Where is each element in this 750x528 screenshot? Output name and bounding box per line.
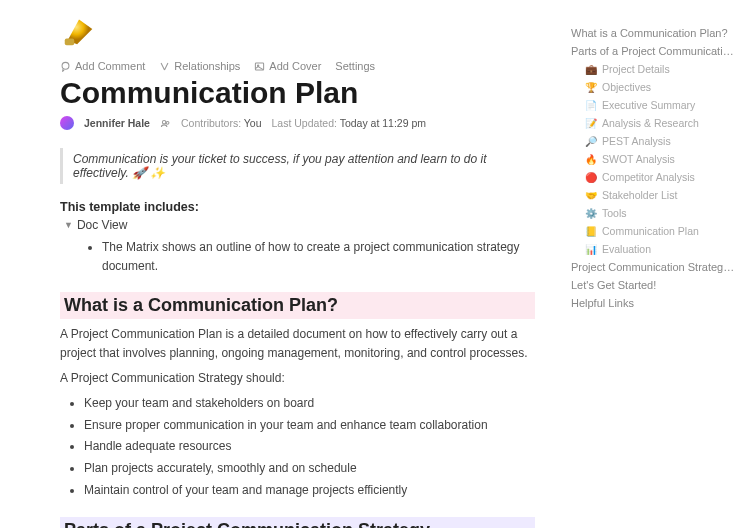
updated-value: Today at 11:29 pm [340,117,426,129]
section-heading-1: What is a Communication Plan? [60,292,535,319]
toolbar-label: Add Cover [269,60,321,72]
docview-label: Doc View [77,218,127,232]
add-comment-button[interactable]: Add Comment [60,60,145,72]
relationships-button[interactable]: Relationships [159,60,240,72]
doc-icon: 📄 [585,100,597,111]
main-content: Add Comment Relationships Add Cover Sett… [0,0,565,528]
settings-button[interactable]: Settings [335,60,375,72]
toc-item[interactable]: Project Communication Strategy Tips! [571,258,738,276]
author-avatar[interactable] [60,116,74,130]
svg-point-4 [162,120,165,123]
magnify-icon: 🔎 [585,136,597,147]
svg-point-1 [62,62,69,69]
toolbar-label: Add Comment [75,60,145,72]
list-item: Handle adequate resources [84,436,535,458]
section1-p1: A Project Communication Plan is a detail… [60,325,535,362]
list-item: Maintain control of your team and manage… [84,480,535,502]
toc-subitem[interactable]: 💼Project Details [571,60,738,78]
strategy-list: Keep your team and stakeholders on board… [84,393,535,501]
list-item: Keep your team and stakeholders on board [84,393,535,415]
docview-toggle[interactable]: ▼Doc View [64,218,535,232]
handshake-icon: 🤝 [585,190,597,201]
caret-down-icon: ▼ [64,220,73,230]
trophy-icon: 🏆 [585,82,597,93]
svg-point-5 [166,121,169,124]
toc-item[interactable]: Let's Get Started! [571,276,738,294]
docview-desc: The Matrix shows an outline of how to cr… [102,238,535,276]
toc-subitem[interactable]: ⚙️Tools [571,204,738,222]
toc-subitem[interactable]: 🔎PEST Analysis [571,132,738,150]
briefcase-icon: 💼 [585,64,597,75]
list-item: Plan projects accurately, smoothly and o… [84,458,535,480]
toc-subitem[interactable]: 📊Evaluation [571,240,738,258]
contributors-label: Contributors: [181,117,241,129]
section1-p2: A Project Communication Strategy should: [60,369,535,388]
note-icon: 📒 [585,226,597,237]
svg-rect-0 [65,39,75,46]
updated-label: Last Updated: [272,117,337,129]
toc-subitem[interactable]: 📝Analysis & Research [571,114,738,132]
list-item: Ensure proper communication in your team… [84,415,535,437]
chart-icon: 📊 [585,244,597,255]
gear-icon: ⚙️ [585,208,597,219]
toc-subitem[interactable]: 📄Executive Summary [571,96,738,114]
toolbar-label: Relationships [174,60,240,72]
toc-item[interactable]: Parts of a Project Communication St... [571,42,738,60]
section-heading-2: Parts of a Project Communication Strateg… [60,517,535,528]
byline: Jennifer Hale Contributors: You Last Upd… [60,116,535,130]
add-cover-button[interactable]: Add Cover [254,60,321,72]
page-title: Communication Plan [60,76,535,110]
page-toolbar: Add Comment Relationships Add Cover Sett… [60,60,535,72]
toc-item[interactable]: Helpful Links [571,294,738,312]
toc-subitem[interactable]: 🤝Stakeholder List [571,186,738,204]
toc-item[interactable]: What is a Communication Plan? [571,24,738,42]
contributors-icon [160,118,171,129]
outline-sidebar: What is a Communication Plan? Parts of a… [565,0,750,528]
fire-icon: 🔥 [585,154,597,165]
contributors-value: You [244,117,262,129]
page-icon[interactable] [60,12,535,54]
toc-subitem[interactable]: 🔥SWOT Analysis [571,150,738,168]
toc-subitem[interactable]: 🏆Objectives [571,78,738,96]
author-name: Jennifer Hale [84,117,150,129]
circle-icon: 🔴 [585,172,597,183]
toc-subitem[interactable]: 🔴Competitor Analysis [571,168,738,186]
quote-block: Communication is your ticket to success,… [60,148,535,184]
toc-subitem[interactable]: 📒Communication Plan [571,222,738,240]
toolbar-label: Settings [335,60,375,72]
includes-heading: This template includes: [60,200,535,214]
memo-icon: 📝 [585,118,597,129]
